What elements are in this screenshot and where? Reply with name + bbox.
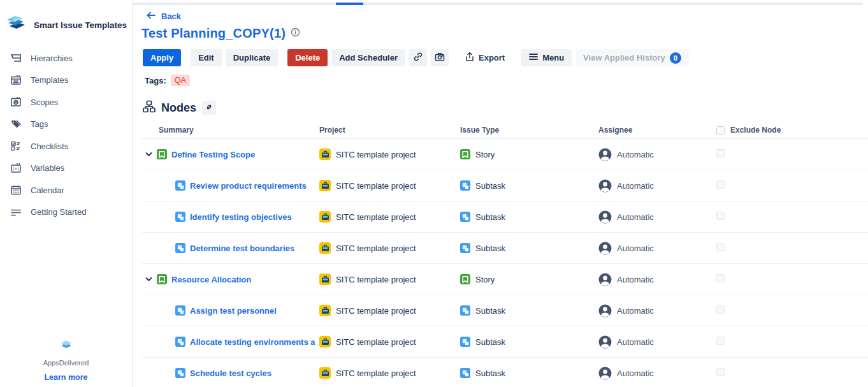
sidebar-item-tags[interactable]: Tags: [0, 113, 132, 136]
sidebar: Smart Issue Templates Hierarchies Templa…: [0, 0, 133, 387]
subtask-icon: [175, 368, 185, 378]
project-avatar-icon: [319, 274, 331, 285]
exclude-row-checkbox[interactable]: [716, 149, 725, 157]
copy-link-button[interactable]: [409, 49, 427, 66]
project-avatar-icon: [319, 211, 331, 223]
project-cell: SITC template project: [315, 305, 455, 316]
sidebar-item-checklists[interactable]: Checklists: [0, 135, 132, 157]
sidebar-item-label: Scopes: [31, 98, 58, 107]
history-count-badge: 0: [670, 52, 681, 64]
summary-link[interactable]: Determine test boundaries: [190, 244, 294, 253]
duplicate-button[interactable]: Duplicate: [226, 49, 278, 66]
exclude-cell: [716, 211, 868, 223]
exclude-row-checkbox[interactable]: [716, 180, 725, 189]
project-cell: SITC template project: [315, 367, 455, 379]
issue-type-cell: Subtask: [455, 337, 592, 347]
summary-link[interactable]: Allocate testing environments a: [190, 337, 315, 347]
project-name: SITC template project: [336, 337, 416, 347]
sidebar-item-variables[interactable]: (x) Variables: [0, 157, 132, 180]
exclude-cell: [716, 149, 868, 160]
subtask-icon: [460, 305, 470, 316]
exclude-row-checkbox[interactable]: [716, 337, 725, 345]
exclude-row-checkbox[interactable]: [716, 368, 725, 376]
exclude-row-checkbox[interactable]: [716, 212, 725, 220]
summary-link[interactable]: Schedule test cycles: [190, 369, 271, 378]
summary-link[interactable]: Identify testing objectives: [190, 212, 292, 222]
issue-type-cell: Subtask: [455, 180, 592, 191]
link-icon: [413, 52, 423, 64]
vendor-name: AppsDelivered: [43, 359, 89, 367]
app-window: Smart Issue Templates Hierarchies Templa…: [0, 0, 868, 387]
sidebar-item-templates[interactable]: Templates: [0, 69, 132, 92]
horizontal-scrollbar[interactable]: [133, 3, 863, 5]
summary-link[interactable]: Define Testing Scope: [171, 150, 255, 159]
add-scheduler-button[interactable]: Add Scheduler: [331, 49, 405, 66]
expand-icon: [205, 103, 213, 113]
svg-text:(x): (x): [12, 166, 20, 172]
summary-link[interactable]: Resource Allocation: [171, 275, 251, 284]
expand-nodes-button[interactable]: [202, 101, 216, 115]
subtask-icon: [460, 212, 470, 222]
project-name: SITC template project: [336, 150, 416, 159]
exclude-cell: [716, 180, 868, 191]
learn-more-link[interactable]: Learn more: [44, 373, 87, 382]
project-avatar-icon: [319, 305, 331, 316]
main-content: Back Test Planning_COPY(1) Apply Edit Du…: [133, 0, 868, 387]
export-label: Export: [479, 53, 505, 62]
apply-button[interactable]: Apply: [143, 49, 181, 66]
camera-icon: [435, 52, 445, 64]
assignee-avatar-icon: [598, 273, 612, 286]
subtask-icon: [460, 337, 470, 347]
delete-button[interactable]: Delete: [287, 49, 328, 66]
nodes-title: Nodes: [161, 101, 196, 115]
exclude-row-checkbox[interactable]: [716, 305, 725, 314]
view-applied-history-button[interactable]: View Applied History 0: [575, 49, 689, 66]
sidebar-item-label: Checklists: [31, 142, 68, 151]
sidebar-item-label: Variables: [31, 163, 64, 173]
assignee-name: Automatic: [617, 244, 654, 253]
project-name: SITC template project: [336, 212, 416, 222]
sidebar-item-getting-started[interactable]: Getting Started: [0, 201, 132, 224]
table-row: Allocate testing environments a SITC tem…: [141, 326, 868, 358]
subtask-icon: [175, 337, 185, 347]
summary-link[interactable]: Assign test personnel: [190, 306, 277, 316]
assignee-name: Automatic: [617, 306, 654, 316]
export-button[interactable]: Export: [458, 49, 512, 66]
sidebar-item-label: Hierarchies: [31, 54, 73, 63]
sidebar-item-scopes[interactable]: Scopes: [0, 91, 132, 113]
column-header-summary: Summary: [145, 126, 315, 135]
exclude-row-checkbox[interactable]: [716, 274, 725, 282]
subtask-icon: [175, 212, 185, 222]
issue-type-name: Story: [475, 275, 495, 284]
chevron-down-icon[interactable]: [145, 152, 152, 157]
summary-cell: Identify testing objectives: [145, 212, 315, 222]
screenshot-button[interactable]: [431, 49, 449, 66]
chevron-down-icon[interactable]: [145, 277, 152, 282]
assignee-avatar-icon: [598, 148, 612, 161]
project-cell: SITC template project: [315, 180, 455, 191]
exclude-row-checkbox[interactable]: [716, 243, 725, 251]
summary-link[interactable]: Review product requirements: [190, 181, 307, 191]
assignee-cell: Automatic: [592, 148, 716, 161]
project-name: SITC template project: [336, 369, 416, 378]
info-icon[interactable]: [291, 27, 300, 40]
sidebar-item-hierarchies[interactable]: Hierarchies: [0, 47, 132, 69]
summary-cell: Allocate testing environments a: [145, 337, 315, 347]
sidebar-item-label: Getting Started: [31, 207, 86, 217]
menu-button[interactable]: Menu: [521, 49, 572, 66]
back-label: Back: [161, 11, 181, 21]
nodes-table: Summary Project Issue Type Assignee Excl…: [141, 122, 868, 387]
project-cell: SITC template project: [315, 149, 455, 160]
subtask-icon: [460, 368, 470, 378]
table-row: Review product requirements SITC templat…: [141, 170, 868, 201]
back-button[interactable]: Back: [147, 11, 181, 21]
issue-type-cell: Subtask: [455, 243, 592, 253]
summary-cell: Review product requirements: [145, 180, 315, 191]
exclude-all-checkbox[interactable]: [716, 126, 725, 135]
subtask-icon: [460, 243, 470, 253]
story-icon: [157, 274, 167, 284]
scrollbar-thumb[interactable]: [336, 3, 363, 5]
edit-button[interactable]: Edit: [191, 49, 222, 66]
sidebar-item-calendar[interactable]: Calendar: [0, 179, 132, 201]
exclude-cell: [716, 242, 868, 254]
